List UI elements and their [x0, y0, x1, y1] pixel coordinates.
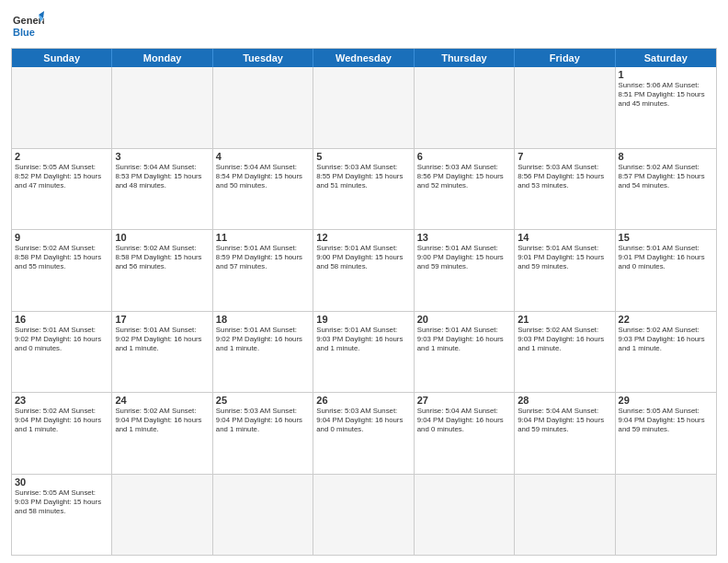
day-info: Sunrise: 5:01 AM Sunset: 9:00 PM Dayligh… — [316, 244, 410, 271]
calendar-header: SundayMondayTuesdayWednesdayThursdayFrid… — [12, 49, 716, 67]
day-info: Sunrise: 5:01 AM Sunset: 9:01 PM Dayligh… — [518, 244, 611, 271]
day-info: Sunrise: 5:02 AM Sunset: 8:58 PM Dayligh… — [115, 244, 209, 271]
day-cell-15: 15Sunrise: 5:01 AM Sunset: 9:01 PM Dayli… — [616, 230, 716, 311]
weekday-header-friday: Friday — [515, 49, 615, 67]
day-info: Sunrise: 5:01 AM Sunset: 9:03 PM Dayligh… — [316, 326, 410, 353]
day-info: Sunrise: 5:03 AM Sunset: 8:56 PM Dayligh… — [417, 163, 511, 190]
empty-cell-0-0 — [12, 67, 112, 148]
day-info: Sunrise: 5:02 AM Sunset: 9:04 PM Dayligh… — [15, 407, 108, 434]
day-cell-30: 30Sunrise: 5:05 AM Sunset: 9:03 PM Dayli… — [12, 475, 112, 556]
empty-cell-5-2 — [213, 475, 313, 556]
day-cell-3: 3Sunrise: 5:04 AM Sunset: 8:53 PM Daylig… — [112, 149, 212, 230]
day-info: Sunrise: 5:04 AM Sunset: 8:53 PM Dayligh… — [115, 163, 209, 190]
day-info: Sunrise: 5:04 AM Sunset: 9:04 PM Dayligh… — [417, 407, 511, 434]
day-info: Sunrise: 5:01 AM Sunset: 9:01 PM Dayligh… — [619, 244, 713, 271]
day-number: 5 — [316, 151, 410, 162]
day-cell-9: 9Sunrise: 5:02 AM Sunset: 8:58 PM Daylig… — [12, 230, 112, 311]
day-number: 21 — [518, 314, 611, 325]
empty-cell-5-4 — [415, 475, 515, 556]
page: General Blue SundayMondayTuesdayWednesda… — [0, 0, 728, 563]
day-info: Sunrise: 5:01 AM Sunset: 9:02 PM Dayligh… — [15, 326, 108, 353]
day-cell-12: 12Sunrise: 5:01 AM Sunset: 9:00 PM Dayli… — [313, 230, 414, 311]
day-info: Sunrise: 5:05 AM Sunset: 8:52 PM Dayligh… — [15, 163, 108, 190]
day-cell-29: 29Sunrise: 5:05 AM Sunset: 9:04 PM Dayli… — [616, 393, 716, 474]
day-info: Sunrise: 5:06 AM Sunset: 8:51 PM Dayligh… — [619, 81, 713, 109]
day-number: 2 — [15, 151, 108, 162]
day-info: Sunrise: 5:01 AM Sunset: 9:02 PM Dayligh… — [115, 326, 209, 353]
day-number: 12 — [316, 232, 410, 243]
day-number: 15 — [619, 232, 713, 243]
day-number: 9 — [15, 232, 108, 243]
day-cell-24: 24Sunrise: 5:02 AM Sunset: 9:04 PM Dayli… — [112, 393, 212, 474]
day-cell-26: 26Sunrise: 5:03 AM Sunset: 9:04 PM Dayli… — [313, 393, 414, 474]
day-info: Sunrise: 5:01 AM Sunset: 9:03 PM Dayligh… — [417, 326, 511, 353]
day-cell-8: 8Sunrise: 5:02 AM Sunset: 8:57 PM Daylig… — [616, 149, 716, 230]
day-info: Sunrise: 5:01 AM Sunset: 9:02 PM Dayligh… — [216, 326, 310, 353]
day-info: Sunrise: 5:02 AM Sunset: 9:03 PM Dayligh… — [619, 326, 713, 353]
day-number: 27 — [417, 395, 511, 406]
calendar: SundayMondayTuesdayWednesdayThursdayFrid… — [11, 48, 717, 556]
day-cell-23: 23Sunrise: 5:02 AM Sunset: 9:04 PM Dayli… — [12, 393, 112, 474]
day-cell-14: 14Sunrise: 5:01 AM Sunset: 9:01 PM Dayli… — [515, 230, 615, 311]
day-number: 16 — [15, 314, 108, 325]
day-number: 23 — [15, 395, 108, 406]
calendar-row-1: 2Sunrise: 5:05 AM Sunset: 8:52 PM Daylig… — [12, 148, 716, 230]
day-number: 8 — [619, 151, 713, 162]
day-cell-6: 6Sunrise: 5:03 AM Sunset: 8:56 PM Daylig… — [415, 149, 515, 230]
day-cell-4: 4Sunrise: 5:04 AM Sunset: 8:54 PM Daylig… — [213, 149, 313, 230]
day-number: 19 — [316, 314, 410, 325]
day-info: Sunrise: 5:03 AM Sunset: 8:55 PM Dayligh… — [316, 163, 410, 190]
day-number: 30 — [15, 477, 108, 488]
weekday-header-thursday: Thursday — [415, 49, 515, 67]
day-info: Sunrise: 5:04 AM Sunset: 9:04 PM Dayligh… — [518, 407, 611, 434]
day-number: 1 — [619, 69, 713, 80]
calendar-row-0: 1Sunrise: 5:06 AM Sunset: 8:51 PM Daylig… — [12, 67, 716, 148]
calendar-row-3: 16Sunrise: 5:01 AM Sunset: 9:02 PM Dayli… — [12, 311, 716, 393]
empty-cell-5-3 — [313, 475, 414, 556]
day-number: 29 — [619, 395, 713, 406]
day-number: 6 — [417, 151, 511, 162]
header: General Blue — [11, 9, 717, 42]
weekday-header-sunday: Sunday — [12, 49, 112, 67]
day-info: Sunrise: 5:01 AM Sunset: 9:00 PM Dayligh… — [417, 244, 511, 271]
day-cell-20: 20Sunrise: 5:01 AM Sunset: 9:03 PM Dayli… — [415, 312, 515, 393]
empty-cell-0-3 — [313, 67, 414, 148]
day-info: Sunrise: 5:05 AM Sunset: 9:03 PM Dayligh… — [15, 488, 108, 516]
day-info: Sunrise: 5:04 AM Sunset: 8:54 PM Dayligh… — [216, 163, 310, 190]
day-cell-25: 25Sunrise: 5:03 AM Sunset: 9:04 PM Dayli… — [213, 393, 313, 474]
weekday-header-saturday: Saturday — [616, 49, 716, 67]
day-number: 13 — [417, 232, 511, 243]
day-cell-2: 2Sunrise: 5:05 AM Sunset: 8:52 PM Daylig… — [12, 149, 112, 230]
day-number: 24 — [115, 395, 209, 406]
day-number: 20 — [417, 314, 511, 325]
day-cell-18: 18Sunrise: 5:01 AM Sunset: 9:02 PM Dayli… — [213, 312, 313, 393]
day-cell-13: 13Sunrise: 5:01 AM Sunset: 9:00 PM Dayli… — [415, 230, 515, 311]
empty-cell-0-1 — [112, 67, 212, 148]
weekday-header-wednesday: Wednesday — [313, 49, 414, 67]
day-info: Sunrise: 5:02 AM Sunset: 8:58 PM Dayligh… — [15, 244, 108, 271]
calendar-row-2: 9Sunrise: 5:02 AM Sunset: 8:58 PM Daylig… — [12, 229, 716, 311]
empty-cell-5-1 — [112, 475, 212, 556]
day-number: 17 — [115, 314, 209, 325]
day-info: Sunrise: 5:02 AM Sunset: 8:57 PM Dayligh… — [619, 163, 713, 190]
day-cell-10: 10Sunrise: 5:02 AM Sunset: 8:58 PM Dayli… — [112, 230, 212, 311]
logo-icon: General Blue — [11, 9, 44, 42]
day-cell-17: 17Sunrise: 5:01 AM Sunset: 9:02 PM Dayli… — [112, 312, 212, 393]
day-cell-27: 27Sunrise: 5:04 AM Sunset: 9:04 PM Dayli… — [415, 393, 515, 474]
day-cell-28: 28Sunrise: 5:04 AM Sunset: 9:04 PM Dayli… — [515, 393, 615, 474]
day-number: 3 — [115, 151, 209, 162]
calendar-body: 1Sunrise: 5:06 AM Sunset: 8:51 PM Daylig… — [12, 67, 716, 555]
empty-cell-0-4 — [415, 67, 515, 148]
day-info: Sunrise: 5:05 AM Sunset: 9:04 PM Dayligh… — [619, 407, 713, 434]
day-info: Sunrise: 5:03 AM Sunset: 8:56 PM Dayligh… — [518, 163, 611, 190]
day-info: Sunrise: 5:02 AM Sunset: 9:04 PM Dayligh… — [115, 407, 209, 434]
day-number: 4 — [216, 151, 310, 162]
day-number: 7 — [518, 151, 611, 162]
svg-text:Blue: Blue — [13, 27, 35, 38]
day-number: 10 — [115, 232, 209, 243]
day-number: 11 — [216, 232, 310, 243]
calendar-row-5: 30Sunrise: 5:05 AM Sunset: 9:03 PM Dayli… — [12, 474, 716, 556]
day-info: Sunrise: 5:02 AM Sunset: 9:03 PM Dayligh… — [518, 326, 611, 353]
day-cell-1: 1Sunrise: 5:06 AM Sunset: 8:51 PM Daylig… — [616, 67, 716, 148]
day-cell-22: 22Sunrise: 5:02 AM Sunset: 9:03 PM Dayli… — [616, 312, 716, 393]
